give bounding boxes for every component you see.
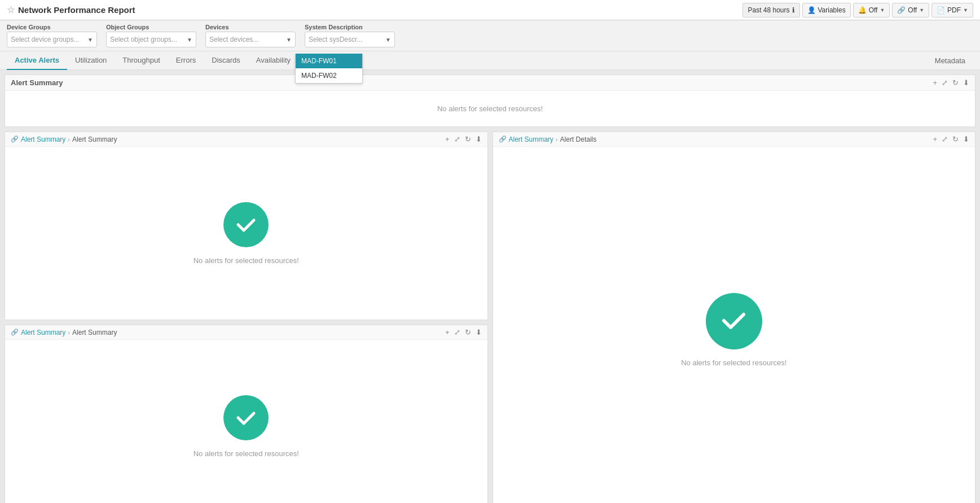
alert-summary-top-actions: + ⤢ ↻ ⬇ [933,78,969,87]
bottom-right-actions: + ⤢ ↻ ⬇ [933,135,969,143]
tab-utilization[interactable]: Utilization [67,51,115,70]
tabs-bar: Active Alerts Utilization Throughput Err… [0,51,980,70]
no-alerts-text-blb: No alerts for selected resources! [194,449,299,458]
breadcrumb-link-3[interactable]: Alert Summary [21,329,65,336]
alerts-caret-icon: ▼ [880,7,885,13]
devices-select[interactable]: Select devices... ▼ [205,32,296,47]
info-icon: ℹ [792,6,795,14]
dropdown-item-mad-fw01[interactable]: MAD-FW01 [296,54,362,68]
system-description-select[interactable]: Select sysDescr... ▼ [305,32,395,47]
pdf-icon: 📄 [937,6,945,14]
variables-icon: 👤 [807,6,816,14]
share-caret-icon: ▼ [919,7,924,13]
object-groups-label: Object Groups [106,24,196,30]
add-panel-btn-blb[interactable]: + [445,328,450,336]
no-alerts-text-blt: No alerts for selected resources! [194,256,299,265]
alert-summary-top-title: Alert Summary [11,78,63,87]
no-alerts-text-br: No alerts for selected resources! [681,358,786,367]
bottom-left-bottom-panel: 🔗 Alert Summary › Alert Summary + ⤢ ↻ ⬇ [5,325,488,503]
tab-errors[interactable]: Errors [168,51,204,70]
tab-throughput[interactable]: Throughput [115,51,168,70]
tab-availability[interactable]: Availability [248,51,298,70]
devices-label: Devices [205,24,296,30]
alert-summary-top-header: Alert Summary + ⤢ ↻ ⬇ [5,75,975,91]
system-description-label: System Description [305,24,395,30]
filter-bar: Device Groups Select device groups... ▼ … [0,20,980,51]
tab-metadata[interactable]: Metadata [927,52,973,69]
breadcrumb-link-1[interactable]: Alert Summary [21,135,65,143]
breadcrumb-path-3: 🔗 Alert Summary › Alert Summary [11,329,117,336]
devices-placeholder: Select devices... [209,36,258,43]
expand-panel-btn-br[interactable]: ⤢ [942,135,948,143]
check-circle-blt [223,202,269,247]
breadcrumb-link-2[interactable]: Alert Summary [509,135,553,143]
variables-label: Variables [818,6,846,14]
object-groups-placeholder: Select object groups... [110,36,177,43]
breadcrumb-current-2: Alert Details [560,135,597,143]
bottom-left-bottom-header: 🔗 Alert Summary › Alert Summary + ⤢ ↻ ⬇ [5,325,487,340]
top-actions: Past 48 hours ℹ 👤 Variables 🔔 Off ▼ 🔗 Of… [742,3,973,18]
pdf-label: PDF [947,6,961,14]
refresh-panel-btn-br[interactable]: ↻ [952,135,959,143]
breadcrumb-separator-3: › [68,329,70,336]
share-toggle-button[interactable]: 🔗 Off ▼ [892,3,929,18]
time-range-label: Past 48 hours [748,6,789,14]
download-panel-btn-blt[interactable]: ⬇ [476,135,482,143]
alert-summary-top-panel: Alert Summary + ⤢ ↻ ⬇ No alerts for sele… [5,75,975,127]
pdf-button[interactable]: 📄 PDF ▼ [931,3,973,18]
check-circle-blb [223,395,269,440]
refresh-panel-button[interactable]: ↻ [952,78,959,87]
main-content: Alert Summary + ⤢ ↻ ⬇ No alerts for sele… [0,70,980,503]
tab-active-alerts[interactable]: Active Alerts [7,51,67,70]
refresh-panel-btn-blt[interactable]: ↻ [465,135,471,143]
add-panel-button[interactable]: + [933,78,937,87]
expand-panel-btn-blt[interactable]: ⤢ [454,135,460,143]
bottom-right-panel: 🔗 Alert Summary › Alert Details + ⤢ ↻ ⬇ [493,132,976,503]
breadcrumb-path-1: 🔗 Alert Summary › Alert Summary [11,135,117,143]
bottom-left-bottom-body: No alerts for selected resources! [5,340,487,503]
devices-filter: Devices Select devices... ▼ [205,24,296,47]
share-label: Off [908,6,917,14]
dropdown-item-mad-fw02[interactable]: MAD-FW02 [296,68,362,83]
tab-discards[interactable]: Discards [204,51,248,70]
object-groups-filter: Object Groups Select object groups... ▼ [106,24,196,47]
link-icon-1: 🔗 [11,135,19,143]
download-panel-button[interactable]: ⬇ [963,78,969,87]
add-panel-btn-blt[interactable]: + [445,135,450,143]
bell-icon: 🔔 [858,6,867,14]
devices-caret-icon: ▼ [286,37,292,43]
refresh-panel-btn-blb[interactable]: ↻ [465,328,471,336]
device-groups-placeholder: Select device groups... [11,36,79,43]
bottom-left-top-body: No alerts for selected resources! [5,147,487,320]
app-title-text: Network Performance Report [18,5,135,15]
object-groups-select[interactable]: Select object groups... ▼ [106,32,196,47]
variables-button[interactable]: 👤 Variables [802,3,851,18]
download-panel-btn-blb[interactable]: ⬇ [476,328,482,336]
bottom-grid: 🔗 Alert Summary › Alert Summary + ⤢ ↻ ⬇ [5,132,975,503]
alerts-toggle-button[interactable]: 🔔 Off ▼ [853,3,890,18]
breadcrumb-current-3: Alert Summary [72,329,117,336]
download-panel-btn-br[interactable]: ⬇ [963,135,969,143]
pdf-caret-icon: ▼ [963,7,968,13]
system-description-placeholder: Select sysDescr... [309,36,362,43]
object-groups-caret-icon: ▼ [187,37,192,43]
bottom-right-body: No alerts for selected resources! [493,147,975,503]
time-range-button[interactable]: Past 48 hours ℹ [742,3,799,18]
alert-summary-top-message: No alerts for selected resources! [5,91,975,126]
device-groups-select[interactable]: Select device groups... ▼ [7,32,97,47]
devices-dropdown: MAD-FW01 MAD-FW02 [295,54,363,84]
bottom-left-top-actions: + ⤢ ↻ ⬇ [445,135,482,143]
app-title: ☆ Network Performance Report [7,5,135,15]
breadcrumb-current-1: Alert Summary [72,135,117,143]
star-icon[interactable]: ☆ [7,5,15,15]
system-description-filter: System Description Select sysDescr... ▼ [305,24,395,47]
expand-panel-btn-blb[interactable]: ⤢ [454,328,460,336]
expand-panel-button[interactable]: ⤢ [942,78,948,87]
bottom-right-header: 🔗 Alert Summary › Alert Details + ⤢ ↻ ⬇ [493,132,975,147]
link-icon-3: 🔗 [11,329,19,336]
top-bar: ☆ Network Performance Report Past 48 hou… [0,0,980,20]
bottom-left-top-header: 🔗 Alert Summary › Alert Summary + ⤢ ↻ ⬇ [5,132,487,147]
device-groups-filter: Device Groups Select device groups... ▼ [7,24,97,47]
add-panel-btn-br[interactable]: + [933,135,937,143]
check-circle-br [706,293,762,349]
